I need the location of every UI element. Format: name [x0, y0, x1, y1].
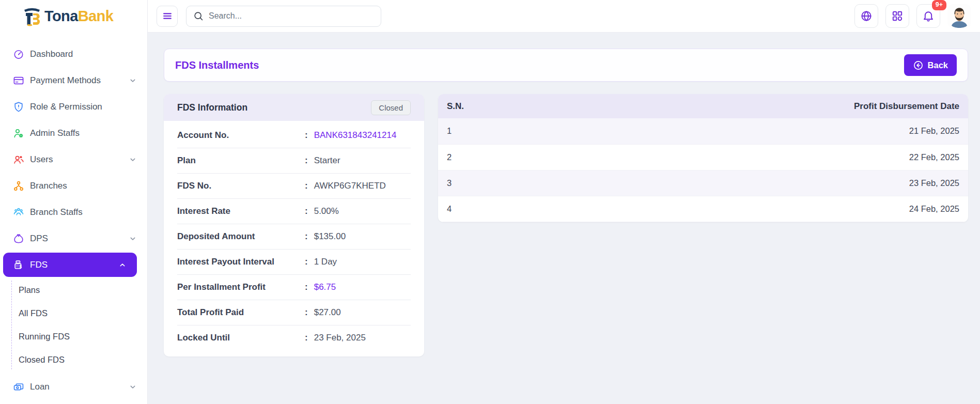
- sidebar-menu: DashboardPayment MethodsRole & Permissio…: [0, 33, 147, 404]
- fds-information-title: FDS Information: [177, 102, 247, 113]
- table-row: 121 Feb, 2025: [438, 118, 968, 144]
- field-value: 5.00%: [314, 206, 339, 216]
- field-value[interactable]: $6.75: [314, 282, 336, 292]
- avatar-image: [947, 4, 971, 28]
- branches-icon: [13, 180, 24, 192]
- fds-information-card: FDS Information Closed Account No.:BANK6…: [164, 94, 424, 356]
- sidebar-subitem-all-fds[interactable]: All FDS: [0, 302, 147, 325]
- field-colon: :: [305, 257, 308, 267]
- loan-icon: [13, 381, 24, 393]
- globe-icon: [860, 10, 873, 22]
- field-value: 1 Day: [314, 257, 337, 267]
- cell-sn: 1: [438, 118, 555, 144]
- apps-grid-icon: [891, 10, 904, 22]
- sidebar-item-fds[interactable]: $FDS: [3, 253, 137, 277]
- field-colon: :: [305, 206, 308, 216]
- chevron-up-icon: [118, 261, 127, 269]
- chevron-down-icon: [129, 235, 137, 243]
- sidebar-item-dashboard[interactable]: Dashboard: [0, 41, 147, 67]
- sidebar-item-label: Users: [30, 154, 123, 165]
- field-value: $135.00: [314, 231, 346, 242]
- sidebar-item-role-permission[interactable]: Role & Permission: [0, 94, 147, 120]
- sidebar-item-admin-staffs[interactable]: Admin Staffs: [0, 120, 147, 146]
- sidebar-item-label: FDS: [30, 260, 113, 270]
- chevron-down-icon: [129, 156, 137, 164]
- info-field-account-no: Account No.:BANK631843241214: [177, 123, 411, 148]
- brand-name-first: Tona: [44, 8, 78, 24]
- search-box: [186, 6, 381, 27]
- page-header-card: FDS Installments Back: [164, 49, 968, 82]
- sidebar-item-label: Branches: [30, 181, 137, 191]
- notification-count-badge: 9+: [932, 0, 946, 10]
- field-value: AWKP6G7KHETD: [314, 181, 386, 191]
- sidebar-item-dps[interactable]: DPS: [0, 225, 147, 252]
- brand-name: TonaBank: [44, 8, 113, 25]
- brand-name-second: Bank: [78, 8, 114, 24]
- info-field-locked-until: Locked Until:23 Feb, 2025: [177, 325, 411, 350]
- back-button[interactable]: Back: [904, 54, 957, 76]
- credit-card-icon: [13, 75, 24, 86]
- field-label: Interest Payout Interval: [177, 257, 305, 267]
- cell-date: 21 Feb, 2025: [555, 118, 969, 144]
- field-label: FDS No.: [177, 181, 305, 191]
- field-label: Deposited Amount: [177, 231, 305, 242]
- sidebar-item-label: Payment Methods: [30, 75, 123, 86]
- notifications-button[interactable]: 9+: [916, 4, 940, 28]
- sidebar-toggle-button[interactable]: [157, 6, 178, 27]
- cell-sn: 2: [438, 144, 555, 170]
- field-colon: :: [305, 130, 308, 141]
- sidebar-item-label: Dashboard: [30, 49, 137, 59]
- arrow-left-circle-icon: [913, 60, 924, 71]
- sidebar-subitem-running-fds[interactable]: Running FDS: [0, 325, 147, 348]
- sidebar-subitem-plans[interactable]: Plans: [0, 278, 147, 302]
- branch-staff-icon: [13, 207, 24, 218]
- search-icon: [193, 11, 204, 21]
- sidebar-item-branches[interactable]: Branches: [0, 173, 147, 199]
- fds-register-icon: $: [13, 259, 24, 271]
- topbar: 9+: [148, 0, 980, 33]
- user-avatar[interactable]: [947, 4, 971, 28]
- sidebar-item-loan[interactable]: Loan: [0, 374, 147, 400]
- sidebar-subitem-closed-fds[interactable]: Closed FDS: [0, 348, 147, 371]
- shield-icon: [13, 101, 24, 113]
- sidebar-item-payment-methods[interactable]: Payment Methods: [0, 67, 147, 94]
- chevron-down-icon: [129, 383, 137, 391]
- sidebar-submenu-fds: PlansAll FDSRunning FDSClosed FDS: [0, 278, 147, 371]
- installments-table: S.N. Profit Disbursement Date 121 Feb, 2…: [438, 94, 968, 222]
- dashboard-icon: [13, 49, 24, 60]
- page-title: FDS Installments: [175, 59, 259, 71]
- language-button[interactable]: [854, 4, 878, 28]
- column-header-date: Profit Disbursement Date: [555, 94, 969, 118]
- info-field-per-installment-profit: Per Installment Profit:$6.75: [177, 275, 411, 300]
- field-label: Interest Rate: [177, 206, 305, 216]
- info-field-interest-rate: Interest Rate:5.00%: [177, 199, 411, 224]
- chevron-down-icon: [129, 76, 137, 85]
- field-label: Locked Until: [177, 333, 305, 343]
- field-label: Total Profit Paid: [177, 307, 305, 318]
- field-value[interactable]: BANK631843241214: [314, 130, 397, 141]
- topbar-right: 9+: [854, 4, 971, 28]
- sidebar-item-label: DPS: [30, 234, 123, 244]
- cell-sn: 3: [438, 170, 555, 196]
- info-field-deposited-amount: Deposited Amount:$135.00: [177, 224, 411, 250]
- sidebar-item-branch-staffs[interactable]: Branch Staffs: [0, 199, 147, 225]
- apps-button[interactable]: [885, 4, 909, 28]
- cell-sn: 4: [438, 196, 555, 222]
- table-row: 222 Feb, 2025: [438, 144, 968, 170]
- sidebar: TonaBank DashboardPayment MethodsRole & …: [0, 0, 148, 404]
- info-field-total-profit-paid: Total Profit Paid:$27.00: [177, 300, 411, 325]
- search-input[interactable]: [209, 11, 374, 21]
- sidebar-item-label: Admin Staffs: [30, 128, 137, 138]
- field-colon: :: [305, 156, 308, 166]
- sidebar-item-label: Role & Permission: [30, 102, 137, 112]
- cell-date: 22 Feb, 2025: [555, 144, 969, 170]
- tonabank-logo-icon: [22, 6, 42, 27]
- back-button-label: Back: [928, 60, 948, 70]
- table-row: 323 Feb, 2025: [438, 170, 968, 196]
- column-header-sn: S.N.: [438, 94, 555, 118]
- main-content: FDS Installments Back FDS Information Cl…: [148, 33, 980, 404]
- cell-date: 24 Feb, 2025: [555, 196, 969, 222]
- brand-logo[interactable]: TonaBank: [0, 0, 147, 33]
- field-colon: :: [305, 282, 308, 292]
- sidebar-item-users[interactable]: Users: [0, 146, 147, 173]
